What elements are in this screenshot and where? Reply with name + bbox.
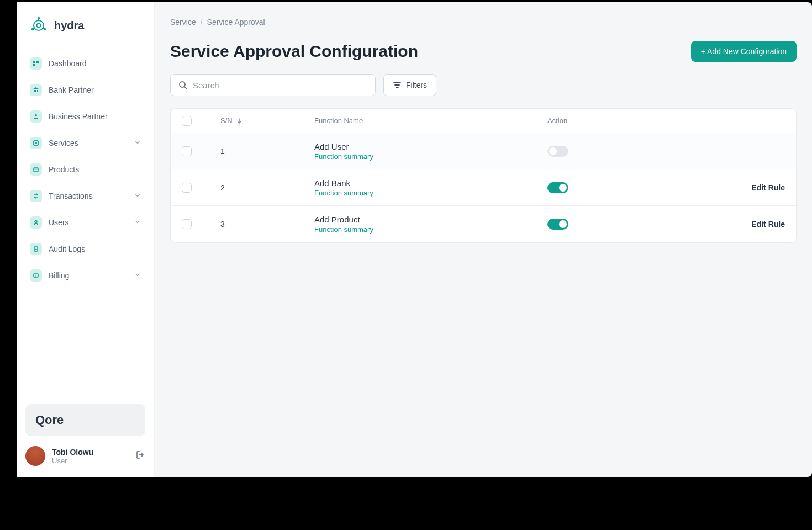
- billing-icon: [30, 269, 42, 282]
- svg-line-23: [184, 87, 187, 89]
- sidebar-item-transactions[interactable]: Transactions: [25, 183, 145, 209]
- table-header: S/N Function Name Action: [171, 109, 796, 133]
- sidebar-item-business-partner[interactable]: Business Partner: [25, 104, 145, 129]
- row-sn: 2: [220, 183, 314, 192]
- users-icon: [30, 216, 42, 229]
- row-function-name: Add Bank: [314, 178, 547, 188]
- avatar: [25, 446, 45, 466]
- sidebar-item-label: Users: [49, 218, 128, 227]
- sidebar-item-dashboard[interactable]: Dashboard: [25, 51, 145, 76]
- sidebar-item-label: Transactions: [49, 192, 128, 200]
- sidebar-item-services[interactable]: Services: [25, 130, 145, 156]
- breadcrumb: Service / Service Approval: [170, 18, 797, 26]
- row-sn: 1: [220, 147, 314, 156]
- dashboard-icon: [30, 57, 42, 70]
- row-toggle[interactable]: [547, 219, 568, 230]
- svg-rect-8: [33, 61, 35, 63]
- sidebar-item-label: Business Partner: [49, 112, 141, 121]
- logo-text: hydra: [54, 19, 84, 32]
- row-sn: 3: [220, 220, 314, 229]
- svg-rect-20: [34, 274, 38, 277]
- logo-icon: [29, 15, 49, 35]
- row-function-summary: Function summary: [314, 152, 547, 161]
- svg-rect-14: [34, 168, 38, 172]
- breadcrumb-current: Service Approval: [207, 18, 265, 26]
- user-profile: Tobi Olowu User: [25, 446, 145, 466]
- svg-rect-9: [36, 61, 39, 63]
- chevron-down-icon: [134, 218, 141, 227]
- select-all-checkbox[interactable]: [182, 116, 192, 126]
- sidebar-item-billing[interactable]: Billing: [25, 263, 145, 288]
- main-content: Service / Service Approval Service Appro…: [155, 2, 812, 477]
- services-icon: [30, 137, 42, 149]
- search-icon: [178, 80, 188, 90]
- add-configuration-button[interactable]: + Add New Configuration: [691, 41, 797, 62]
- sn-header[interactable]: S/N: [220, 116, 314, 125]
- sidebar-item-users[interactable]: Users: [25, 210, 145, 235]
- row-toggle[interactable]: [547, 182, 568, 193]
- user-name: Tobi Olowu: [52, 448, 129, 457]
- sidebar: hydra Dashboard Bank Partner Business Pa…: [17, 2, 155, 477]
- row-checkbox[interactable]: [182, 219, 192, 229]
- row-checkbox[interactable]: [182, 183, 192, 193]
- chevron-down-icon: [134, 271, 141, 280]
- row-function-summary: Function summary: [314, 225, 547, 234]
- svg-point-1: [37, 24, 41, 28]
- config-table: S/N Function Name Action 1 Add User Func…: [170, 108, 797, 243]
- transactions-icon: [30, 190, 42, 202]
- svg-point-16: [35, 221, 37, 223]
- row-function-name: Add User: [314, 142, 547, 151]
- filters-label: Filters: [406, 81, 427, 89]
- svg-rect-10: [33, 64, 35, 66]
- chevron-down-icon: [134, 192, 141, 200]
- breadcrumb-separator: /: [201, 18, 203, 26]
- table-row: 3 Add Product Function summary Edit Rule: [171, 206, 796, 242]
- sidebar-item-label: Services: [49, 139, 128, 147]
- sidebar-item-audit-logs[interactable]: Audit Logs: [25, 236, 145, 262]
- audit-icon: [30, 243, 42, 255]
- row-function-summary: Function summary: [314, 189, 547, 197]
- filter-icon: [393, 81, 402, 89]
- sidebar-item-label: Products: [49, 165, 141, 174]
- row-toggle[interactable]: [547, 146, 568, 157]
- table-row: 1 Add User Function summary: [171, 133, 796, 169]
- sidebar-item-label: Dashboard: [49, 59, 141, 68]
- user-role: User: [52, 457, 129, 465]
- svg-point-13: [35, 142, 37, 144]
- svg-point-0: [34, 20, 44, 30]
- sidebar-item-label: Bank Partner: [49, 86, 141, 94]
- chevron-down-icon: [134, 139, 141, 147]
- products-icon: [30, 163, 42, 176]
- nav: Dashboard Bank Partner Business Partner …: [25, 51, 145, 288]
- svg-point-11: [35, 114, 37, 116]
- breadcrumb-root[interactable]: Service: [170, 18, 196, 26]
- row-function-name: Add Product: [314, 215, 547, 224]
- table-row: 2 Add Bank Function summary Edit Rule: [171, 169, 796, 206]
- page-title: Service Approval Configuration: [170, 42, 418, 61]
- logo: hydra: [25, 15, 145, 51]
- sidebar-item-bank-partner[interactable]: Bank Partner: [25, 77, 145, 103]
- secondary-brand-badge: Qore: [25, 404, 145, 436]
- filters-button[interactable]: Filters: [383, 74, 436, 96]
- row-edit-link[interactable]: Edit Rule: [686, 183, 785, 192]
- search-input[interactable]: [170, 74, 376, 96]
- logout-icon[interactable]: [135, 450, 145, 462]
- action-header: Action: [547, 116, 686, 125]
- sidebar-item-label: Audit Logs: [49, 245, 141, 253]
- sidebar-item-label: Billing: [49, 271, 128, 280]
- business-icon: [30, 110, 42, 123]
- row-edit-link[interactable]: Edit Rule: [686, 220, 785, 229]
- sort-icon: [236, 118, 242, 124]
- bank-icon: [30, 84, 42, 96]
- sidebar-item-products[interactable]: Products: [25, 157, 145, 182]
- function-name-header: Function Name: [314, 116, 547, 125]
- search-field: [170, 74, 376, 96]
- row-checkbox[interactable]: [182, 146, 192, 156]
